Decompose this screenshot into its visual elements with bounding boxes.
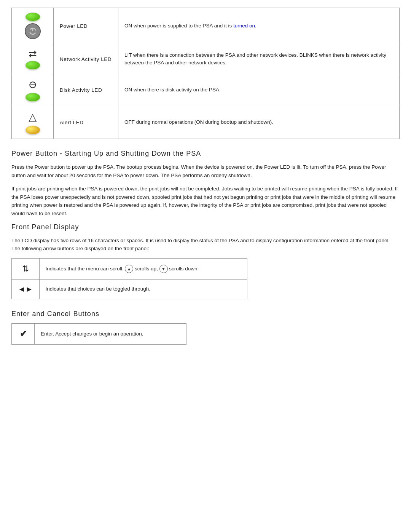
alert-led-icon-cell: △ — [12, 106, 54, 139]
scroll-down-label: scrolls down. — [169, 265, 199, 271]
table-row: ⇄ Network Activity LED LIT when there is… — [12, 44, 400, 74]
scroll-down-icon: ▼ — [159, 265, 169, 271]
power-button-para1: Press the Power button to power up the P… — [11, 163, 400, 179]
alert-led-icon: △ — [18, 111, 47, 134]
scroll-up-icon: ▲ — [125, 265, 135, 271]
network-led-icon-cell: ⇄ — [12, 44, 54, 74]
disk-led-icon: ⊖ — [18, 79, 47, 101]
green-power-oval — [25, 13, 40, 21]
power-symbol-svg — [29, 27, 37, 35]
alert-led-desc: OFF during normal operations (ON during … — [118, 106, 400, 139]
toggle-text: Indicates that choices can be toggled th… — [46, 286, 150, 292]
table-row: ✔ Enter. Accept changes or begin an oper… — [12, 323, 186, 344]
alert-triangle-icon: △ — [29, 111, 37, 123]
table-row: Power LED ON when power is supplied to t… — [12, 8, 400, 44]
checkmark-icon: ✔ — [20, 329, 27, 339]
led-table: Power LED ON when power is supplied to t… — [11, 8, 400, 139]
disk-led-label: Disk Activity LED — [54, 74, 118, 106]
power-button-icon — [25, 23, 41, 39]
network-led-desc: LIT when there is a connection between t… — [118, 44, 400, 74]
updown-icon-cell: ⇅ — [12, 258, 40, 279]
scroll-up-circle: ▲ — [125, 265, 133, 273]
enter-cancel-title: Enter and Cancel Buttons — [11, 310, 400, 318]
power-led-desc: ON when power is supplied to the PSA and… — [118, 8, 400, 44]
scroll-indicates-text: Indicates that the menu can scroll. — [46, 265, 124, 271]
scroll-up-label: scrolls up, — [135, 265, 158, 271]
alert-led-label: Alert LED — [54, 106, 118, 139]
power-led-label: Power LED — [54, 8, 118, 44]
network-led-label: Network Activity LED — [54, 44, 118, 74]
leftright-icon-cell: ◄► — [12, 279, 40, 299]
network-led-icon: ⇄ — [18, 49, 47, 69]
checkmark-icon-cell: ✔ — [12, 323, 35, 344]
table-row: ◄► Indicates that choices can be toggled… — [12, 279, 247, 299]
scroll-down-circle: ▼ — [159, 265, 168, 273]
network-arrows-icon: ⇄ — [29, 49, 37, 59]
enter-table: ✔ Enter. Accept changes or begin an oper… — [11, 323, 186, 345]
disk-symbol-icon: ⊖ — [29, 79, 37, 91]
table-row: ⇅ Indicates that the menu can scroll. ▲ … — [12, 258, 247, 279]
power-led-icon — [18, 13, 47, 39]
scroll-table: ⇅ Indicates that the menu can scroll. ▲ … — [11, 258, 247, 299]
power-button-title: Power Button - Starting Up and Shutting … — [11, 150, 400, 158]
updown-arrows-icon: ⇅ — [22, 264, 29, 273]
scroll-desc-cell: Indicates that the menu can scroll. ▲ sc… — [39, 258, 247, 279]
green-network-oval — [25, 61, 40, 69]
disk-led-desc: ON when there is disk activity on the PS… — [118, 74, 400, 106]
toggle-desc-cell: Indicates that choices can be toggled th… — [39, 279, 247, 299]
power-button-para2: If print jobs are printing when the PSA … — [11, 185, 400, 217]
power-led-icon-cell — [12, 8, 54, 44]
enter-desc-cell: Enter. Accept changes or begin an operat… — [35, 323, 186, 344]
green-disk-oval — [25, 93, 40, 101]
leftright-arrows-icon: ◄► — [18, 285, 33, 293]
front-panel-title: Front Panel Display — [11, 223, 400, 231]
table-row: ⊖ Disk Activity LED ON when there is dis… — [12, 74, 400, 106]
turned-on-link[interactable]: turned on — [233, 23, 255, 29]
disk-led-icon-cell: ⊖ — [12, 74, 54, 106]
front-panel-desc: The LCD display has two rows of 16 chara… — [11, 236, 400, 253]
enter-text: Enter. Accept changes or begin an operat… — [41, 331, 143, 337]
table-row: △ Alert LED OFF during normal operations… — [12, 106, 400, 139]
yellow-alert-oval — [25, 126, 40, 134]
